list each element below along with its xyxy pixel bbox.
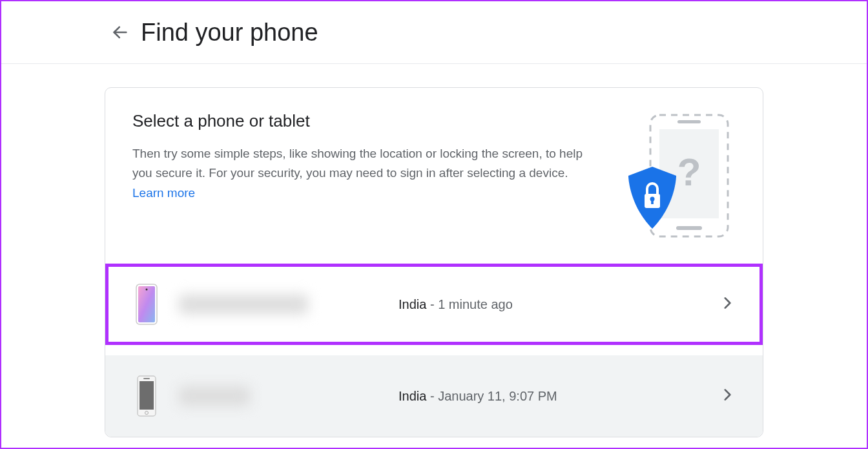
time-separator: - [426, 297, 438, 311]
page-header: Find your phone [1, 1, 867, 64]
svg-point-11 [146, 289, 148, 291]
device-location-2: India - January 11, 9:07 PM [398, 389, 719, 404]
device-name-2 [179, 386, 398, 406]
svg-rect-10 [138, 286, 155, 322]
phone-icon [132, 283, 161, 326]
device-location-1: India - 1 minute ago [398, 297, 719, 312]
device-name-redacted [179, 386, 250, 406]
location-text: India [398, 389, 426, 403]
intro-description: Then try some simple steps, like showing… [132, 144, 594, 203]
chevron-right-icon [719, 295, 736, 314]
phone-icon [132, 375, 161, 417]
arrow-left-icon [111, 23, 129, 41]
svg-rect-4 [676, 226, 702, 230]
device-name-redacted [179, 295, 308, 314]
device-row-1[interactable]: India - 1 minute ago [105, 264, 763, 345]
device-card: Select a phone or tablet Then try some s… [105, 87, 763, 437]
time-text: January 11, 9:07 PM [438, 389, 557, 403]
svg-rect-13 [140, 381, 154, 410]
back-button[interactable] [105, 17, 136, 48]
svg-rect-14 [143, 378, 150, 379]
page-title: Find your phone [141, 19, 318, 47]
intro-text: Select a phone or tablet Then try some s… [132, 111, 619, 203]
device-name-1 [179, 295, 398, 314]
device-row-2[interactable]: India - January 11, 9:07 PM [105, 355, 763, 437]
intro-desc-text: Then try some simple steps, like showing… [132, 147, 583, 180]
svg-rect-8 [651, 200, 654, 204]
svg-rect-2 [677, 120, 701, 123]
location-text: India [398, 297, 426, 311]
content-area: Select a phone or tablet Then try some s… [1, 64, 867, 437]
intro-title: Select a phone or tablet [132, 111, 594, 131]
illustration: ? [619, 111, 736, 240]
chevron-right-icon [719, 386, 736, 406]
time-separator: - [426, 389, 438, 403]
svg-text:?: ? [677, 151, 701, 194]
intro-section: Select a phone or tablet Then try some s… [105, 88, 763, 264]
time-text: 1 minute ago [438, 297, 513, 311]
learn-more-link[interactable]: Learn more [132, 186, 195, 200]
